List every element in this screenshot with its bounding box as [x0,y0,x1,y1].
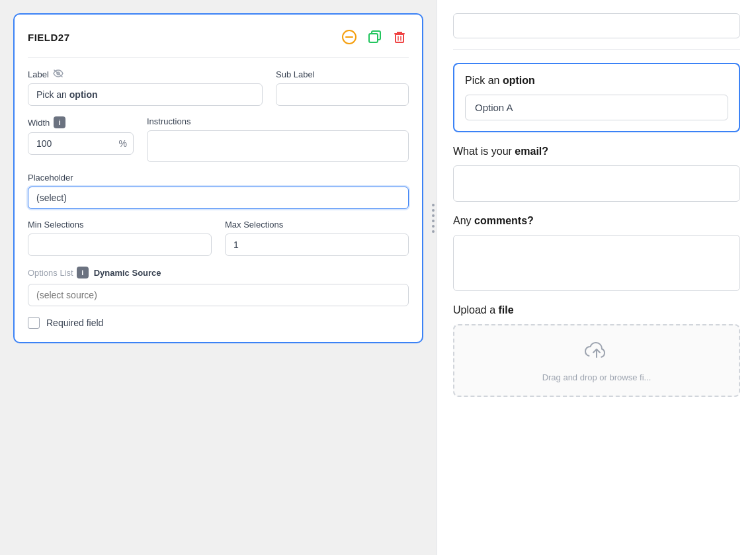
instructions-group: Instructions [147,116,409,162]
comments-label: Any comments? [453,215,740,227]
sub-label-field-label: Sub Label [276,69,409,79]
upload-hint-text: Drag and drop or browse fi... [542,372,651,382]
email-section: What is your email? [453,146,740,202]
comments-section: Any comments? [453,215,740,291]
svg-rect-2 [369,34,378,42]
email-input-box[interactable] [453,165,740,202]
upload-label: Upload a file [453,304,740,316]
svg-rect-3 [396,34,403,42]
width-input-wrapper: % [28,132,134,155]
pick-option-card: Pick an option Option A [453,63,740,132]
required-field-row: Required field [28,317,409,329]
placeholder-field-label: Placeholder [28,173,409,183]
placeholder-input[interactable] [28,187,409,209]
upload-section: Upload a file Drag and drop or browse fi… [453,304,740,397]
field-card: FIELD27 [13,13,423,343]
label-group: Label Pick an option [28,69,263,106]
min-selections-group: Min Selections [28,220,212,256]
field-card-header: FIELD27 [28,28,409,46]
min-selections-label: Min Selections [28,220,212,230]
header-icons [340,28,409,46]
option-selected-text: Option A [475,102,513,113]
width-input[interactable] [28,132,134,155]
max-selections-input[interactable] [225,234,409,256]
label-field-label: Label [28,69,263,79]
percent-symbol: % [119,138,127,149]
instructions-input[interactable] [147,130,409,162]
comments-textarea[interactable] [453,235,740,291]
header-divider [28,57,409,58]
options-info-icon: i [77,267,89,278]
options-list-label: Options List i [28,267,89,278]
min-selections-input[interactable] [28,234,212,256]
placeholder-group: Placeholder [28,173,409,209]
drag-handle[interactable] [430,195,437,241]
preview-section: Pick an option Option A What is your ema… [437,0,756,410]
option-selected-box[interactable]: Option A [465,95,728,120]
sub-label-input[interactable] [276,83,409,106]
upload-dropzone[interactable]: Drag and drop or browse fi... [453,324,740,397]
right-preview-panel: Pick an option Option A What is your ema… [437,0,756,555]
options-row: Options List i Dynamic Source [28,267,409,278]
width-field-label: Width i [28,116,134,128]
max-selections-label: Max Selections [225,220,409,230]
minus-button[interactable] [340,28,358,46]
label-value: Pick an option [36,89,98,100]
source-group [28,284,409,306]
source-input[interactable] [28,284,409,306]
label-input[interactable]: Pick an option [28,83,263,106]
label-sublabel-row: Label Pick an option [28,69,409,106]
preview-top-input[interactable] [453,13,740,38]
max-selections-group: Max Selections [225,220,409,256]
width-group: Width i % [28,116,134,155]
dynamic-source-label: Dynamic Source [94,268,161,278]
field-title: FIELD27 [28,32,70,43]
preview-top-item [453,13,740,50]
upload-cloud-icon [583,339,610,367]
sub-label-group: Sub Label [276,69,409,106]
trash-button[interactable] [390,28,409,46]
required-checkbox[interactable] [28,317,40,329]
width-info-icon: i [54,116,65,128]
email-label: What is your email? [453,146,740,157]
min-max-row: Min Selections Max Selections [28,220,409,256]
copy-button[interactable] [365,28,384,46]
eye-icon [53,69,63,79]
instructions-field-label: Instructions [147,116,409,126]
left-editor-panel: FIELD27 [0,0,437,555]
required-checkbox-label: Required field [46,318,103,328]
pick-option-label: Pick an option [465,75,728,87]
label-text: Label [28,69,49,79]
width-instructions-row: Width i % Instructions [28,116,409,162]
